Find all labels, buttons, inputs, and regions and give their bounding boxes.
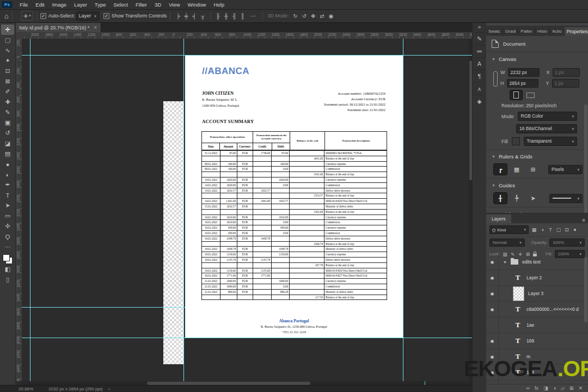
menu-layer[interactable]: Layer	[70, 0, 91, 9]
height-field[interactable]: 2854 px	[507, 79, 538, 88]
menu-3d[interactable]: 3D	[151, 0, 165, 9]
panel-tab-properties[interactable]: Properties	[565, 27, 588, 36]
brush-settings-icon[interactable]: ✎	[474, 32, 485, 45]
filter-shape-layers-icon[interactable]: ▢	[555, 226, 562, 234]
type-tool[interactable]: T	[1, 190, 14, 200]
eye-icon[interactable]: ◉	[486, 270, 499, 285]
character-panel-icon[interactable]: A	[474, 57, 485, 70]
eraser-tool[interactable]: ◪	[1, 138, 14, 149]
screen-mode-icon[interactable]: ▯	[1, 274, 14, 285]
link-layers-icon[interactable]: ∞	[526, 385, 530, 391]
layer-filter-dropdown[interactable]: Ϙ Kind ▾	[489, 225, 529, 234]
distribute-left-icon[interactable]: ╟	[214, 13, 222, 19]
width-field[interactable]: 2232 px	[508, 68, 540, 77]
menu-help[interactable]: Help	[210, 0, 228, 9]
new-layer-icon[interactable]: ⊞	[569, 385, 574, 391]
layer-mask-icon[interactable]: ◨	[543, 385, 548, 391]
group-layers-icon[interactable]: ▱	[561, 385, 565, 391]
eye-icon[interactable]: ◉	[486, 333, 499, 348]
menu-file[interactable]: File	[16, 0, 32, 9]
panel-tab-patter[interactable]: Patter	[518, 27, 535, 36]
layer-row[interactable]: ◉TLayer 2	[486, 270, 588, 286]
layer-row[interactable]: ◉▼edits text	[486, 254, 588, 270]
adjustment-layer-icon[interactable]: ◑	[553, 385, 556, 391]
align-left-icon[interactable]: ╞	[174, 13, 182, 19]
crop-tool[interactable]: ⊡	[1, 66, 14, 76]
gradient-tool[interactable]: ▤	[1, 149, 14, 159]
layer-row[interactable]: ◉Layer 3	[486, 286, 588, 302]
brush-tool[interactable]: ✎	[1, 107, 14, 118]
distribute-vertical-icon[interactable]: ║	[238, 13, 247, 19]
portrait-orientation-button[interactable]	[510, 90, 522, 100]
landscape-orientation-button[interactable]	[524, 90, 536, 100]
align-right-icon[interactable]: ╡	[191, 13, 199, 19]
smart-guides-icon[interactable]: ╄	[510, 193, 523, 204]
filter-type-layers-icon[interactable]: T	[547, 226, 554, 234]
canvas-fill-dropdown[interactable]: Transparent▾	[524, 137, 578, 146]
filter-pixel-layers-icon[interactable]: ▦	[530, 226, 538, 234]
hand-tool[interactable]: ✣	[1, 221, 14, 231]
quick-mask-icon[interactable]: ◧	[1, 264, 14, 274]
status-chevron-icon[interactable]: >	[108, 387, 111, 391]
rulers-grids-section-header[interactable]: ▼ Rulers & Grids	[486, 150, 588, 162]
zoom-level-field[interactable]: 20.66%	[19, 387, 33, 391]
guide-style-dropdown[interactable]: ▾	[549, 194, 583, 203]
frame-tool[interactable]: ⊠	[1, 76, 14, 87]
grid-toggle-icon[interactable]: ▦	[510, 164, 523, 175]
guide[interactable]	[403, 39, 403, 381]
document-tab[interactable]: Italy id.psd @ 20.7% (RGB/16) * ×	[15, 23, 101, 32]
marquee-tool[interactable]: ▢	[1, 35, 14, 45]
chevron-down-icon[interactable]: ▼	[503, 260, 507, 264]
dodge-tool[interactable]: ◐	[1, 169, 14, 180]
menu-type[interactable]: Type	[91, 0, 110, 9]
eyedropper-tool[interactable]: ✐	[1, 87, 14, 97]
guide[interactable]	[22, 55, 473, 56]
layer-row[interactable]: T1ae	[486, 317, 588, 333]
distribute-center-icon[interactable]: ╫	[222, 13, 230, 19]
ruler-units-dropdown[interactable]: Pixels▾	[548, 165, 583, 174]
3d-roll-icon[interactable]: ↺	[300, 13, 309, 19]
panel-tab-swatc[interactable]: Swatc	[486, 27, 503, 36]
eye-icon[interactable]: ◉	[486, 254, 499, 270]
tool-preset-button[interactable]: ✛ ▾	[21, 11, 33, 21]
color-mode-dropdown[interactable]: RGB Color▾	[518, 112, 577, 121]
auto-select-checkbox[interactable]: ✓	[40, 13, 46, 19]
filter-smart-objects-icon[interactable]: ⊡	[563, 226, 571, 234]
zoom-tool[interactable]: Ϙ	[1, 231, 14, 242]
3d-orbit-icon[interactable]: ↻	[291, 13, 299, 19]
opacity-field[interactable]: 100%▾	[549, 238, 585, 247]
healing-brush-tool[interactable]: ✚	[1, 97, 14, 107]
paragraph-panel-icon[interactable]: ¶	[474, 70, 485, 82]
tab-layers[interactable]: Layers	[486, 215, 511, 223]
clone-stamp-tool[interactable]: ▣	[1, 118, 14, 128]
expand-panels-icon[interactable]: »	[478, 24, 481, 30]
align-top-icon[interactable]: ╥	[199, 13, 207, 19]
home-icon[interactable]: ⌂	[4, 12, 9, 20]
panel-tab-histo[interactable]: Histo	[535, 27, 550, 36]
menu-filter[interactable]: Filter	[132, 0, 151, 9]
auto-select-dropdown[interactable]: Layer▾	[76, 11, 99, 21]
distribute-right-icon[interactable]: ╢	[230, 13, 238, 19]
delete-layer-icon[interactable]: ✕	[578, 385, 583, 391]
layer-effects-icon[interactable]: fx	[535, 385, 538, 391]
guides-section-header[interactable]: ▼ Guides	[486, 179, 588, 191]
show-transform-checkbox[interactable]: ✓	[103, 13, 109, 19]
panel-tab-gradi[interactable]: Gradi	[503, 27, 519, 36]
close-icon[interactable]: ×	[94, 24, 97, 30]
bit-depth-dropdown[interactable]: 16 Bits/Channel▾	[516, 124, 577, 133]
rulers-toggle-icon[interactable]: ┏	[494, 164, 507, 175]
panel-tab-actio[interactable]: Actio	[550, 27, 565, 36]
guide[interactable]	[22, 307, 185, 308]
pen-tool[interactable]: ✒	[1, 180, 14, 190]
menu-window[interactable]: Window	[184, 0, 210, 9]
3d-panel-icon[interactable]: ◈	[474, 95, 485, 107]
history-brush-tool[interactable]: ↺	[1, 128, 14, 138]
menu-select[interactable]: Select	[109, 0, 131, 9]
eye-icon[interactable]: ◉	[486, 286, 499, 301]
snap-toggle-icon[interactable]: ⊞	[526, 164, 540, 175]
eye-icon[interactable]: ◉	[486, 302, 499, 317]
3d-pan-icon[interactable]: ✥	[309, 13, 317, 19]
guide[interactable]	[30, 39, 30, 381]
rectangle-tool[interactable]: ▭	[1, 211, 14, 221]
3d-slide-icon[interactable]: ⇄	[317, 13, 326, 19]
